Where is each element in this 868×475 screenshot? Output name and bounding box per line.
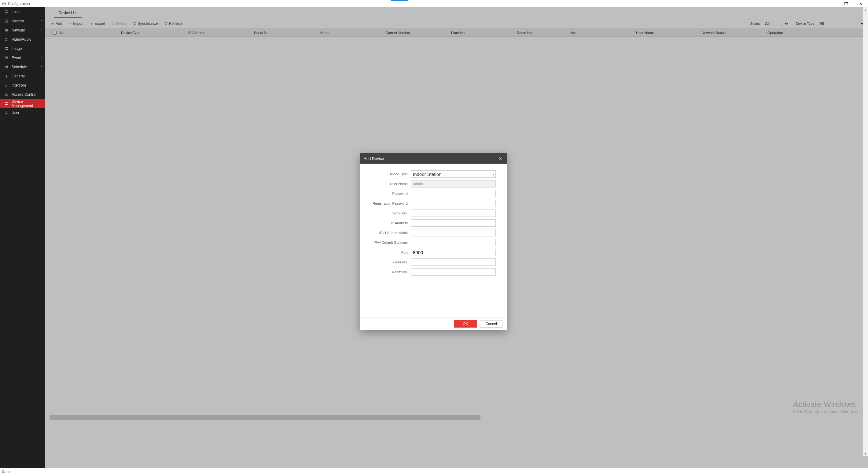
add-button[interactable]: Add [48, 20, 64, 27]
user-name-input[interactable] [411, 180, 496, 187]
event-icon [4, 56, 8, 60]
svg-rect-5 [5, 38, 7, 40]
sidebar-item-device-management[interactable]: Device Management [0, 99, 45, 108]
browser-load-indicator [391, 0, 408, 1]
sidebar-item-general[interactable]: General [0, 71, 45, 81]
cancel-button[interactable]: Cancel [480, 320, 502, 328]
column-network-status[interactable]: Network Status [702, 31, 768, 35]
sidebar-item-user[interactable]: User [0, 108, 45, 117]
sidebar-item-label: Access Control [11, 92, 36, 97]
sidebar-item-event[interactable]: Event ˅ [0, 53, 45, 62]
gateway-input[interactable] [411, 239, 496, 246]
sidebar-item-label: User [11, 111, 19, 115]
svg-rect-2 [5, 11, 8, 12]
delete-button[interactable]: Delete [109, 20, 129, 27]
svg-rect-13 [5, 103, 8, 105]
subnet-mask-label: IPv4 Subnet Mask [366, 231, 411, 235]
sidebar-item-network[interactable]: Network ˅ [0, 26, 45, 35]
chevron-down-icon: ˅ [41, 56, 42, 60]
svg-rect-8 [5, 57, 8, 59]
app-icon [2, 2, 6, 6]
windows-activation-watermark: Activate Windows Go to Settings to activ… [793, 400, 861, 414]
status-bar: Done [0, 468, 868, 475]
modal-title: Add Device [364, 156, 384, 161]
room-no-input[interactable] [411, 268, 496, 275]
monitor-icon [4, 10, 8, 14]
sync-icon [133, 22, 136, 25]
column-operation[interactable]: Operation [768, 31, 868, 35]
sidebar-item-access-control[interactable]: Access Control [0, 90, 45, 99]
column-serial-no[interactable]: Serial No. [254, 31, 320, 35]
sidebar-item-label: Local [11, 10, 21, 14]
sidebar-item-label: Event [11, 56, 21, 60]
registration-password-input[interactable] [411, 200, 496, 207]
synchronize-button[interactable]: Synchronize [130, 20, 160, 27]
export-icon [90, 22, 93, 25]
sidebar-item-intercom[interactable]: Intercom [0, 81, 45, 90]
device-type-value[interactable] [411, 170, 496, 178]
floor-no-label: Floor No. [366, 260, 411, 264]
plus-icon [51, 22, 54, 25]
serial-no-input[interactable] [411, 209, 496, 217]
column-ip-address[interactable]: IP Address [188, 31, 254, 35]
ok-button[interactable]: OK [454, 320, 477, 328]
device-type-filter-select[interactable]: All [816, 20, 865, 27]
floor-no-input[interactable] [411, 259, 496, 266]
svg-point-14 [6, 112, 7, 113]
window-maximize-button[interactable]: 🗖 [839, 0, 853, 7]
serial-no-label: Serial No. [366, 211, 411, 215]
sidebar-item-video-audio[interactable]: Video/Audio [0, 35, 45, 44]
close-icon[interactable]: ✕ [497, 156, 503, 161]
import-button[interactable]: Import [66, 20, 86, 27]
globe-icon [4, 28, 8, 32]
ip-address-input[interactable] [411, 219, 496, 227]
user-icon [4, 111, 8, 115]
status-filter-select[interactable]: All [762, 20, 789, 27]
modal-title-bar[interactable]: Add Device ✕ [360, 153, 507, 164]
subnet-mask-input[interactable] [411, 229, 496, 236]
sidebar-item-label: Video/Audio [11, 37, 31, 41]
column-room-no[interactable]: Room No. [517, 31, 570, 35]
device-type-filter-label: Device Type [796, 22, 814, 25]
window-close-button[interactable]: ✕ [853, 0, 868, 7]
horizontal-scrollbar[interactable] [50, 415, 480, 420]
watermark-subtitle: Go to Settings to activate Windows. [793, 409, 861, 414]
column-model[interactable]: Model [320, 31, 385, 35]
ip-address-label: IP Address [366, 221, 411, 225]
svg-rect-3 [5, 20, 8, 22]
port-input[interactable] [411, 249, 496, 256]
tabs: Device List [45, 7, 868, 18]
select-all-checkbox[interactable] [53, 31, 57, 35]
port-label: Port [366, 250, 411, 254]
svg-point-7 [6, 48, 6, 49]
system-icon [4, 19, 8, 23]
column-current-version[interactable]: Current Version [385, 31, 451, 35]
tab-device-list[interactable]: Device List [54, 8, 82, 18]
modal-footer: OK Cancel [360, 317, 507, 330]
chevron-down-icon: ˅ [41, 20, 42, 23]
sidebar-item-image[interactable]: Image [0, 44, 45, 53]
column-floor-no[interactable]: Floor No. [451, 31, 517, 35]
device-type-filter: Device Type All [796, 20, 865, 27]
sidebar-item-label: System [11, 19, 24, 23]
svg-rect-12 [5, 94, 7, 96]
chevron-down-icon: ˅ [41, 65, 42, 69]
sidebar-item-schedule[interactable]: Schedule ˅ [0, 62, 45, 71]
column-device-type[interactable]: Device Type [121, 31, 188, 35]
sidebar-item-system[interactable]: System ˅ [0, 17, 45, 26]
password-input[interactable] [411, 190, 496, 197]
scroll-up-arrow-icon[interactable]: ▴ [863, 7, 868, 12]
titlebar: Configuration — 🗖 ✕ [0, 0, 868, 7]
column-no[interactable]: No. [60, 31, 121, 35]
refresh-button[interactable]: Refresh [162, 20, 184, 27]
export-button[interactable]: Export [87, 20, 107, 27]
vertical-scrollbar[interactable]: ▴ ▾ [863, 7, 868, 456]
device-type-select[interactable]: ▾ [411, 170, 496, 178]
column-no-2[interactable]: No. [570, 31, 636, 35]
sidebar-item-label: Network [11, 28, 25, 32]
column-user-name[interactable]: User Name [636, 31, 702, 35]
sidebar-item-local[interactable]: Local [0, 7, 45, 17]
window-minimize-button[interactable]: — [824, 0, 839, 7]
schedule-icon [4, 65, 8, 69]
scroll-down-arrow-icon[interactable]: ▾ [863, 451, 868, 456]
